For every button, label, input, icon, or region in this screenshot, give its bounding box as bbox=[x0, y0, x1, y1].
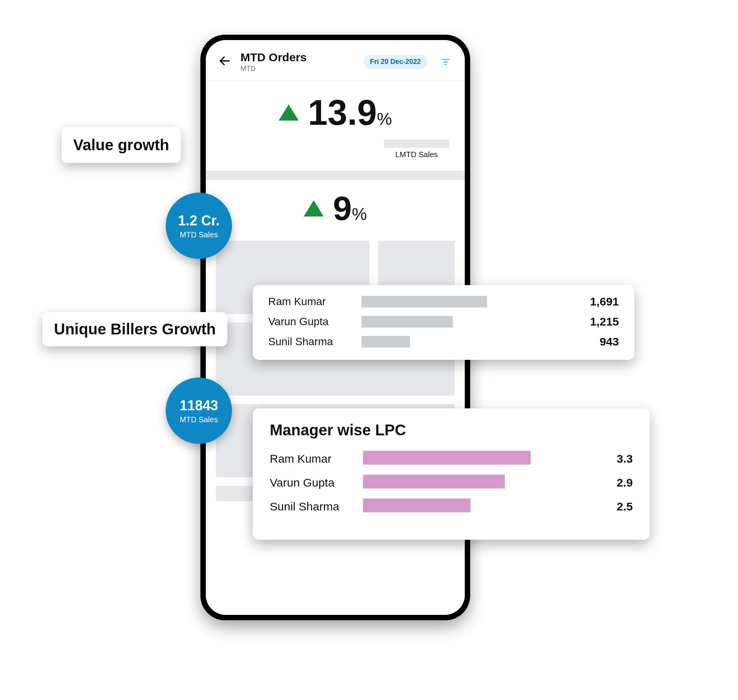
page-title: MTD Orders bbox=[240, 51, 355, 64]
manager-lpc-chart: Manager wise LPC Ram Kumar 3.3 Varun Gup… bbox=[253, 408, 650, 540]
table-row: Varun Gupta 1,215 bbox=[268, 315, 619, 328]
bar-track bbox=[361, 316, 564, 327]
percent-sign: % bbox=[377, 109, 392, 128]
bar-name: Ram Kumar bbox=[270, 452, 355, 465]
percent-sign: % bbox=[352, 205, 367, 223]
chart-title: Manager wise LPC bbox=[270, 421, 633, 439]
bar-track bbox=[361, 296, 564, 307]
bar-value: 2.5 bbox=[587, 500, 633, 513]
lmtd-caption: LMTD Sales bbox=[384, 150, 449, 159]
unique-billers-percent: 9 bbox=[333, 189, 352, 227]
trend-up-icon bbox=[279, 104, 299, 121]
back-icon[interactable] bbox=[218, 54, 231, 69]
bar-fill bbox=[361, 316, 453, 327]
bar-value: 1,215 bbox=[573, 315, 619, 328]
bar-fill bbox=[363, 499, 471, 512]
section-divider bbox=[206, 171, 465, 180]
bar-value: 1,691 bbox=[573, 295, 619, 308]
value-growth-percent: 13.9 bbox=[308, 93, 377, 132]
bar-track bbox=[363, 500, 578, 514]
bar-track bbox=[361, 336, 564, 347]
unique-billers-label: Unique Billers Growth bbox=[54, 321, 216, 338]
bar-fill bbox=[361, 296, 487, 307]
circle-label: MTD Sales bbox=[180, 230, 218, 239]
table-row: Ram Kumar 3.3 bbox=[270, 452, 633, 466]
bar-value: 3.3 bbox=[587, 452, 633, 465]
header-titles: MTD Orders MTD bbox=[240, 51, 355, 73]
unique-billers-label-card: Unique Billers Growth bbox=[42, 312, 227, 346]
value-growth-label: Value growth bbox=[73, 136, 169, 154]
bar-track bbox=[363, 476, 578, 490]
bar-fill bbox=[363, 451, 531, 465]
bar-value: 2.9 bbox=[587, 476, 633, 489]
lmtd-swatch bbox=[384, 139, 449, 148]
lmtd-legend: LMTD Sales bbox=[384, 139, 449, 159]
circle-value: 11843 bbox=[180, 398, 218, 414]
page-subtitle: MTD bbox=[240, 65, 355, 73]
bar-fill bbox=[363, 475, 505, 488]
bar-name: Ram Kumar bbox=[268, 295, 353, 308]
bar-name: Varun Gupta bbox=[270, 476, 355, 489]
unique-billers-block: 9% bbox=[206, 180, 465, 233]
value-growth-label-card: Value growth bbox=[62, 127, 181, 163]
circle-value: 1.2 Cr. bbox=[178, 213, 220, 229]
filter-icon[interactable] bbox=[439, 55, 452, 69]
value-growth-block: 13.9% LMTD Sales bbox=[206, 81, 465, 167]
app-header: MTD Orders MTD Fri 20 Dec-2022 bbox=[206, 40, 465, 81]
table-row: Ram Kumar 1,691 bbox=[268, 295, 619, 308]
bar-track bbox=[363, 452, 578, 466]
bar-name: Sunil Sharma bbox=[268, 336, 353, 348]
mtd-sales-circle-value-growth: 1.2 Cr. MTD Sales bbox=[166, 193, 232, 259]
circle-label: MTD Sales bbox=[180, 415, 218, 424]
table-row: Sunil Sharma 2.5 bbox=[270, 500, 633, 514]
manager-sales-chart: Ram Kumar 1,691 Varun Gupta 1,215 Sunil … bbox=[253, 285, 634, 360]
mtd-sales-circle-unique-billers: 11843 MTD Sales bbox=[166, 378, 232, 444]
bar-fill bbox=[361, 336, 410, 347]
date-chip[interactable]: Fri 20 Dec-2022 bbox=[364, 55, 427, 69]
bar-name: Varun Gupta bbox=[268, 316, 353, 328]
table-row: Sunil Sharma 943 bbox=[268, 335, 619, 348]
bar-value: 943 bbox=[573, 335, 619, 348]
trend-up-icon bbox=[304, 200, 324, 217]
bar-name: Sunil Sharma bbox=[270, 500, 355, 513]
table-row: Varun Gupta 2.9 bbox=[270, 476, 633, 490]
